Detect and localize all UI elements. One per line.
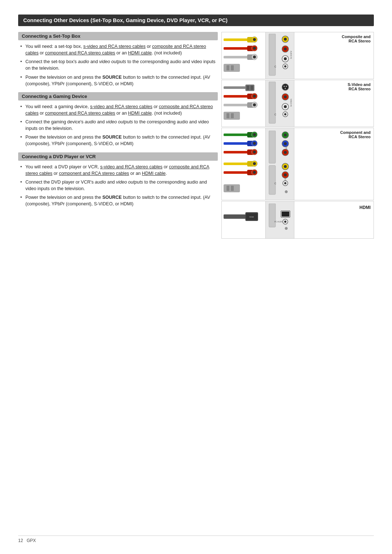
svg-rect-26	[224, 86, 249, 89]
svideo-diagram: VIDEO IN C	[221, 80, 374, 127]
diagram-label-svideo: S-Video and RCA Stereo	[294, 80, 373, 127]
svg-point-43	[282, 84, 289, 90]
diagram-ports-hdmi: HDMI PC-AUDIO ⊕	[265, 201, 294, 238]
hdmi-diagram: HDMI HDMI PC-AUDIO ⊕	[221, 201, 374, 239]
list-item: Power the television on and press the SO…	[20, 194, 218, 207]
svg-rect-34	[224, 104, 249, 106]
svg-text:PC-AUDIO: PC-AUDIO	[274, 221, 283, 223]
svg-point-11	[253, 56, 256, 58]
svg-point-45	[286, 86, 287, 87]
svg-rect-99	[269, 204, 275, 227]
cable-link: component and RCA stereo cables	[59, 171, 129, 176]
svg-rect-75	[226, 186, 229, 191]
svg-rect-77	[269, 131, 275, 163]
svg-rect-95	[224, 214, 247, 219]
component-cables-svg	[224, 131, 264, 198]
page: Connecting Other Devices (Set-Top Box, G…	[0, 0, 392, 261]
svg-rect-62	[224, 151, 249, 153]
cable-link: HDMI cable	[142, 171, 166, 176]
page-number: 12	[18, 538, 23, 543]
diagram-ports-composite: AUDIO IN C	[265, 32, 294, 79]
diagram-label-composite: Composite and RCA Stereo	[294, 32, 373, 79]
svg-point-50	[284, 105, 287, 108]
svg-rect-66	[224, 163, 249, 165]
svg-point-7	[253, 47, 256, 50]
cable-link: component and RCA stereo cables	[45, 111, 115, 116]
diagram-cables-svideo	[222, 80, 265, 127]
composite-ports-svg: AUDIO IN C	[267, 34, 293, 77]
svg-point-22	[284, 57, 287, 60]
right-column: AUDIO IN C	[221, 32, 374, 239]
svg-rect-102	[282, 212, 289, 217]
svg-text:C: C	[274, 182, 276, 185]
svg-point-53	[284, 113, 286, 115]
svg-rect-76	[231, 186, 234, 191]
list-item: Connect the set-top box's audio and vide…	[20, 58, 218, 71]
svg-point-65	[253, 151, 256, 153]
gaming-device-bullets: You will need: a gaming device, s-video …	[18, 103, 218, 147]
diagram-ports-component: VIDEO INPUT AUDIO IN	[265, 128, 294, 200]
svg-point-82	[284, 134, 287, 136]
svg-point-93	[284, 182, 286, 184]
cable-link: HDMI cable	[128, 111, 152, 116]
svg-rect-8	[224, 56, 249, 58]
section-header-gaming-device: Connecting a Gaming Device	[18, 92, 218, 100]
svg-point-37	[253, 103, 256, 106]
svg-rect-13	[226, 65, 229, 70]
svg-rect-79	[269, 165, 275, 194]
cable-link: component and RCA stereo cables	[45, 50, 115, 56]
set-top-box-bullets: You will need: a set-top box, s-video an…	[18, 43, 218, 87]
main-header: Connecting Other Devices (Set-Top Box, G…	[18, 15, 374, 26]
dvd-vcr-bullets: You will need: a DVD player or VCR, s-vi…	[18, 164, 218, 208]
svg-rect-40	[231, 113, 234, 118]
main-header-title: Connecting Other Devices (Set-Top Box, G…	[23, 17, 228, 23]
svg-rect-70	[224, 171, 249, 174]
diagram-label-component: Component and RCA Stereo	[294, 128, 373, 200]
composite-cables-svg	[224, 36, 264, 75]
list-item: Connect the gaming device's audio and vi…	[20, 119, 218, 132]
component-ports-svg: VIDEO INPUT AUDIO IN	[267, 131, 293, 198]
svg-point-69	[253, 162, 256, 165]
cable-link: s-video and RCA stereo cables	[83, 44, 146, 49]
hdmi-ports-svg: HDMI PC-AUDIO ⊕	[267, 204, 293, 236]
svg-rect-30	[224, 95, 249, 98]
list-item: You will need: a set-top box, s-video an…	[20, 43, 218, 56]
svg-text:⊕: ⊕	[285, 226, 288, 230]
list-item: You will need: a gaming device, s-video …	[20, 103, 218, 116]
svg-text:C: C	[274, 65, 276, 68]
svg-text:HDMI: HDMI	[249, 216, 254, 218]
svg-point-33	[253, 95, 256, 98]
svg-point-105	[284, 221, 286, 223]
svg-point-20	[284, 48, 287, 50]
list-item: Power the television on and press the SO…	[20, 74, 218, 87]
left-column: Connecting a Set-Top Box You will need: …	[18, 32, 218, 239]
svg-point-61	[253, 142, 256, 145]
svg-rect-28	[246, 86, 249, 90]
svg-rect-29	[250, 86, 253, 90]
svg-point-88	[284, 165, 287, 168]
diagram-cables-hdmi: HDMI	[222, 201, 265, 238]
svg-text:AUDIO IN: AUDIO IN	[290, 51, 292, 59]
svg-rect-14	[231, 65, 234, 70]
component-diagram: VIDEO INPUT AUDIO IN	[221, 128, 374, 200]
diagram-cables-component	[222, 128, 265, 200]
svg-rect-0	[224, 38, 249, 41]
hdmi-cables-svg: HDMI	[224, 204, 264, 236]
svg-rect-54	[224, 134, 249, 136]
svg-point-25	[284, 65, 286, 67]
svg-point-84	[284, 142, 287, 145]
list-item: Power the television on and press the SO…	[20, 134, 218, 147]
svg-point-44	[283, 86, 285, 87]
cable-link: s-video and RCA stereo cables	[90, 104, 152, 109]
brand-name: GPX	[26, 538, 36, 543]
diagram-cables-composite	[222, 32, 265, 79]
svg-rect-15	[269, 34, 275, 75]
cable-link: HDMI cable	[128, 50, 152, 56]
diagram-ports-svideo: VIDEO IN C	[265, 80, 294, 127]
svg-point-46	[285, 88, 286, 89]
diagram-label-hdmi: HDMI	[294, 201, 373, 238]
svg-point-48	[284, 95, 287, 98]
list-item: Connect the DVD player or VCR's audio an…	[20, 179, 218, 192]
page-footer: 12 GPX	[18, 535, 374, 543]
svg-text:VIDEO IN: VIDEO IN	[290, 99, 292, 107]
